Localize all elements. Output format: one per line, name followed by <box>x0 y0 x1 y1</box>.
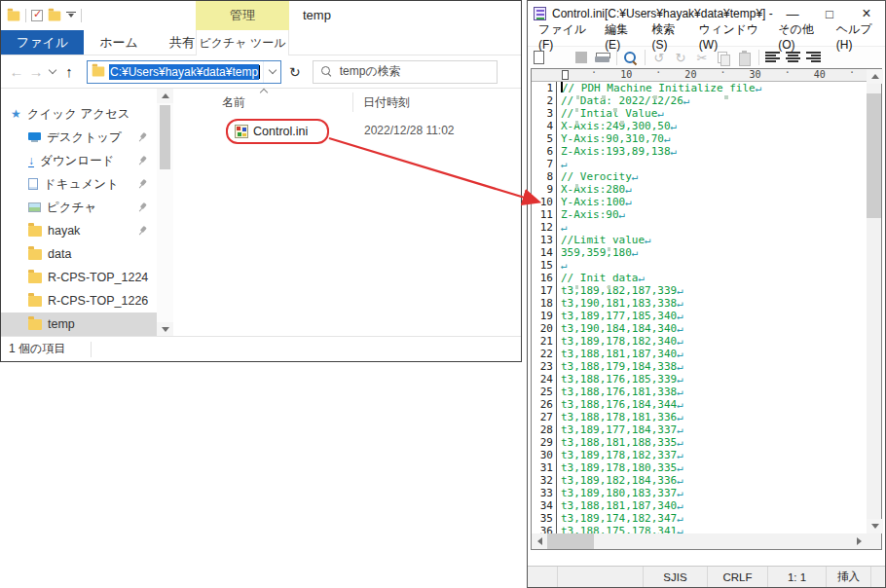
ribbon-tab-manage[interactable]: 管理 <box>196 1 289 30</box>
text-area[interactable]: 1//PDHMachineInitializefile↵2//Data:2022… <box>532 82 867 533</box>
line-text: t3,188,181,187,340↵ <box>561 348 683 360</box>
sidebar-scrollbar[interactable] <box>157 89 173 337</box>
download-icon: ↓ <box>28 155 34 167</box>
line-text: t3,189,174,182,347↵ <box>561 512 683 525</box>
qat-customize-button[interactable] <box>66 14 76 18</box>
menu-検索[interactable]: 検索(S) <box>645 19 689 54</box>
address-dropdown-button[interactable] <box>263 61 280 83</box>
return-mark: ↵ <box>561 259 568 272</box>
search-box[interactable]: tempの検索 <box>313 60 498 84</box>
column-header-date[interactable]: 日付時刻 <box>352 92 410 112</box>
scroll-up-button[interactable] <box>157 89 173 103</box>
editor-line: 31t3,189,178,180,335↵ <box>532 461 867 474</box>
triangle-up-icon <box>162 93 169 98</box>
editor-line: 25t3,188,176,181,338↵ <box>532 386 867 398</box>
sidebar-item[interactable]: ドキュメント <box>1 172 157 196</box>
scrollbar-thumb[interactable] <box>547 533 594 549</box>
scroll-down-button[interactable] <box>867 519 883 533</box>
properties-icon[interactable] <box>31 10 43 21</box>
scrollbar-thumb[interactable] <box>160 105 170 169</box>
sidebar-item[interactable]: ↓ダウンロード <box>1 149 157 172</box>
scroll-down-button[interactable] <box>157 322 173 337</box>
file-list: 名前 日付時刻 Control.ini 2022/12/28 11:02 <box>173 89 521 337</box>
line-text: //Initdata↵ <box>561 272 645 284</box>
open-file-icon[interactable] <box>552 52 568 66</box>
sidebar-item[interactable]: hayak <box>1 219 157 242</box>
line-text: X-Axis:280↵ <box>561 183 632 196</box>
up-button[interactable]: ↑ <box>59 63 79 80</box>
sidebar-item[interactable]: ピクチャ <box>1 196 157 219</box>
ruler-tick: · <box>720 67 725 78</box>
ruler-tick: · <box>591 67 597 78</box>
line-text: Z-Axis:193,89,138↵ <box>561 145 677 158</box>
align-left-icon[interactable] <box>765 52 780 64</box>
line-number: 12 <box>532 221 557 234</box>
divider <box>645 50 646 65</box>
editor-line: 2//Data:2022/12/26↵ <box>532 94 867 107</box>
address-bar[interactable]: C:¥Users¥hayak¥data¥temp <box>87 60 281 84</box>
sidebar-item[interactable]: data <box>1 242 157 266</box>
folder-icon[interactable] <box>8 11 20 20</box>
editor-window: Control.ini[C:¥Users¥hayak¥data¥temp¥] -… <box>527 0 886 588</box>
line-text: t3,189,178,180,335↵ <box>561 461 683 474</box>
editor-menubar: ファイル(F)編集(E)検索(S)ウィンドウ(W)その他(O)ヘルプ(H) <box>528 26 885 47</box>
triangle-left-icon <box>537 537 542 545</box>
sidebar-item[interactable]: R-CPS-TOP_1226 <box>1 289 157 312</box>
undo-icon[interactable]: ↺ <box>651 51 667 65</box>
return-mark: ↵ <box>677 335 683 348</box>
divider <box>25 9 26 22</box>
file-name[interactable]: Control.ini <box>253 125 308 138</box>
editor-line: 10Y-Axis:100↵ <box>532 196 867 208</box>
cut-icon[interactable]: ✂ <box>694 51 710 65</box>
explorer-titlebar: 管理 temp <box>1 1 521 30</box>
menu-ウィンドウ[interactable]: ウィンドウ(W) <box>692 19 769 54</box>
editor-line: 21t3,189,178,182,340↵ <box>532 335 867 348</box>
ribbon-tab-file[interactable]: ファイル <box>1 30 84 55</box>
redo-icon[interactable]: ↻ <box>673 51 688 65</box>
menu-その他[interactable]: その他(O) <box>771 19 828 54</box>
scroll-right-button[interactable] <box>851 533 867 549</box>
sidebar-item[interactable]: temp <box>1 312 157 336</box>
vertical-scrollbar[interactable] <box>867 69 881 533</box>
new-folder-icon[interactable] <box>49 11 61 20</box>
sidebar-item[interactable]: デスクトップ <box>1 126 157 149</box>
align-center-icon[interactable] <box>786 52 800 64</box>
screenshot-stage: 管理 temp ファイルホーム共有表示 ピクチャ ツール ← → ↑ C:¥Us… <box>0 0 886 588</box>
menu-ヘルプ[interactable]: ヘルプ(H) <box>830 19 885 54</box>
file-row[interactable]: Control.ini 2022/12/28 11:02 <box>173 118 521 145</box>
scrollbar-thumb[interactable] <box>867 93 881 218</box>
sidebar-item-label: クイック アクセス <box>27 106 130 123</box>
sidebar-item[interactable]: R-CPS-TOP_1224 <box>1 266 157 289</box>
line-number: 34 <box>532 499 557 512</box>
line-text: Z-Axis:90↵ <box>561 208 625 221</box>
return-mark: ↵ <box>677 423 683 436</box>
back-button[interactable]: ← <box>7 63 26 80</box>
paste-icon[interactable] <box>737 51 753 65</box>
refresh-button[interactable]: ↻ <box>289 64 301 80</box>
search-icon[interactable] <box>623 51 639 65</box>
align-right-icon[interactable] <box>806 52 821 64</box>
print-icon[interactable] <box>595 51 610 65</box>
menu-編集[interactable]: 編集(E) <box>598 19 643 54</box>
line-text: t3,188,176,184,344↵ <box>561 398 683 411</box>
scroll-left-button[interactable] <box>532 533 547 549</box>
return-mark: ↵ <box>677 461 683 474</box>
folder-icon <box>28 249 42 260</box>
menu-ファイル[interactable]: ファイル(F) <box>532 19 596 54</box>
horizontal-scrollbar[interactable] <box>532 533 867 549</box>
new-file-icon[interactable] <box>534 51 544 64</box>
ribbon-tab-generic[interactable]: ホーム <box>84 30 154 55</box>
navigation-pane: ★クイック アクセスデスクトップ↓ダウンロードドキュメントピクチャhayakda… <box>1 89 157 337</box>
ribbon-tab-picture-tools[interactable]: ピクチャ ツール <box>196 30 289 55</box>
recent-locations-button[interactable] <box>46 70 59 73</box>
forward-button[interactable]: → <box>26 63 46 80</box>
address-text-selected: C:¥Users¥hayak¥data¥temp <box>109 64 259 80</box>
ruler: ·10·20·30·40· <box>532 69 867 82</box>
resize-grip[interactable] <box>871 567 885 587</box>
sidebar-item[interactable]: ★クイック アクセス <box>1 102 157 126</box>
return-mark: ↵ <box>677 310 683 322</box>
status-blank <box>528 567 558 587</box>
copy-icon[interactable] <box>716 51 731 65</box>
scroll-up-button[interactable] <box>867 69 883 84</box>
save-icon[interactable] <box>575 52 587 63</box>
